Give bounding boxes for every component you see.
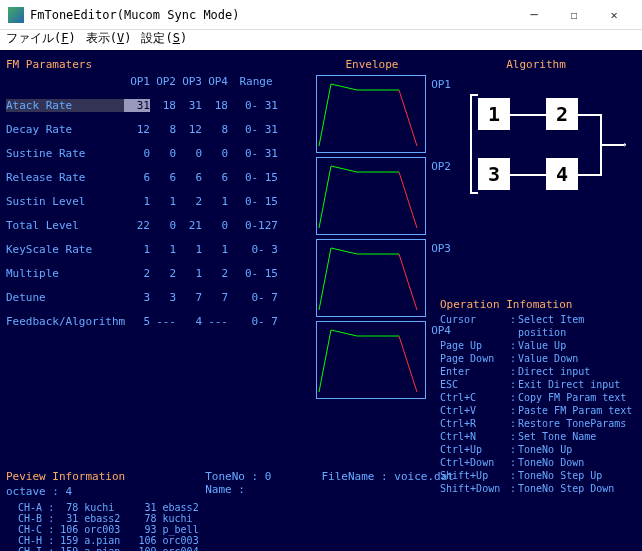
- param-value[interactable]: 1: [150, 195, 176, 208]
- param-value[interactable]: 0: [150, 147, 176, 160]
- opinfo-row: Enter:Direct input: [440, 365, 636, 378]
- algorithm-title: Algorithm: [440, 58, 632, 71]
- param-value[interactable]: 3: [124, 291, 150, 304]
- param-value[interactable]: 1: [176, 243, 202, 256]
- param-range: 0- 31: [228, 147, 284, 160]
- param-label: Feedback/Algorithm: [6, 315, 124, 328]
- opinfo-row: Cursor:Select Item position: [440, 313, 636, 339]
- param-label: Release Rate: [6, 171, 124, 184]
- opinfo-row: Ctrl+Down:ToneNo Down: [440, 456, 636, 469]
- envelope-label: OP3: [431, 242, 451, 255]
- alg-node-4: 4: [546, 158, 578, 190]
- param-value[interactable]: ---: [202, 315, 228, 328]
- param-value[interactable]: 0: [150, 219, 176, 232]
- param-range: 0- 15: [228, 195, 284, 208]
- preview-toneno: ToneNo : 0: [205, 470, 271, 483]
- param-row-3[interactable]: Release Rate66660- 15: [6, 170, 312, 184]
- operation-information-panel: Operation Infomation Cursor:Select Item …: [440, 298, 636, 495]
- param-value[interactable]: 2: [124, 267, 150, 280]
- param-label: Atack Rate: [6, 99, 124, 112]
- param-value[interactable]: 5: [124, 315, 150, 328]
- menu-settings[interactable]: 設定(S): [141, 30, 187, 50]
- param-value[interactable]: 0: [176, 147, 202, 160]
- param-label: Multiple: [6, 267, 124, 280]
- titlebar: FmToneEditor(Mucom Sync Mode) ─ ☐ ✕: [0, 0, 642, 30]
- param-value[interactable]: 0: [202, 147, 228, 160]
- app-icon: [8, 7, 24, 23]
- param-value[interactable]: 2: [150, 267, 176, 280]
- param-header: OP1 OP2 OP3 OP4 Range: [6, 75, 312, 88]
- param-row-7[interactable]: Multiple22120- 15: [6, 266, 312, 280]
- envelope-label: OP2: [431, 160, 451, 173]
- param-row-6[interactable]: KeyScale Rate11110- 3: [6, 242, 312, 256]
- param-value[interactable]: 31: [124, 99, 150, 112]
- param-row-5[interactable]: Total Level2202100-127: [6, 218, 312, 232]
- param-range: 0- 15: [228, 171, 284, 184]
- param-value[interactable]: 7: [176, 291, 202, 304]
- param-value[interactable]: 0: [202, 219, 228, 232]
- param-value[interactable]: 6: [176, 171, 202, 184]
- param-value[interactable]: 1: [202, 195, 228, 208]
- param-value[interactable]: 1: [124, 195, 150, 208]
- param-label: Decay Rate: [6, 123, 124, 136]
- param-value[interactable]: 1: [124, 243, 150, 256]
- param-value[interactable]: 1: [150, 243, 176, 256]
- param-row-8[interactable]: Detune33770- 7: [6, 290, 312, 304]
- minimize-button[interactable]: ─: [514, 1, 554, 29]
- param-value[interactable]: 8: [150, 123, 176, 136]
- preview-title: Peview Information: [6, 470, 125, 483]
- menu-view[interactable]: 表示(V): [86, 30, 132, 50]
- param-value[interactable]: 22: [124, 219, 150, 232]
- param-value[interactable]: 12: [124, 123, 150, 136]
- close-button[interactable]: ✕: [594, 1, 634, 29]
- param-value[interactable]: 6: [202, 171, 228, 184]
- envelope-panel: Envelope OP1OP2OP3OP4: [316, 58, 428, 399]
- param-value[interactable]: 21: [176, 219, 202, 232]
- param-value[interactable]: 6: [150, 171, 176, 184]
- maximize-button[interactable]: ☐: [554, 1, 594, 29]
- param-row-9[interactable]: Feedback/Algorithm5---4---0- 7: [6, 314, 312, 328]
- param-value[interactable]: 12: [176, 123, 202, 136]
- param-value[interactable]: ---: [150, 315, 176, 328]
- preview-panel: Peview Information octave : 4 ToneNo : 0…: [6, 470, 636, 551]
- param-label: Total Level: [6, 219, 124, 232]
- opinfo-row: Ctrl+V:Paste FM Param text: [440, 404, 636, 417]
- envelope-title: Envelope: [316, 58, 428, 71]
- envelope-op2: OP2: [316, 157, 426, 235]
- param-value[interactable]: 8: [202, 123, 228, 136]
- param-range: 0-127: [228, 219, 284, 232]
- channel-list: CH-A : 78 kuchi 31 ebass2 CH-B : 31 ebas…: [6, 502, 636, 551]
- menu-file[interactable]: ファイル(F): [6, 30, 76, 50]
- param-value[interactable]: 3: [150, 291, 176, 304]
- param-value[interactable]: 2: [176, 195, 202, 208]
- param-value[interactable]: 2: [202, 267, 228, 280]
- param-value[interactable]: 31: [176, 99, 202, 112]
- param-row-0[interactable]: Atack Rate311831180- 31: [6, 98, 312, 112]
- app-body: FM Paramaters OP1 OP2 OP3 OP4 Range Atac…: [0, 50, 642, 551]
- opinfo-row: Ctrl+R:Restore ToneParams: [440, 417, 636, 430]
- param-value[interactable]: 4: [176, 315, 202, 328]
- window-title: FmToneEditor(Mucom Sync Mode): [30, 8, 514, 22]
- param-row-4[interactable]: Sustin Level11210- 15: [6, 194, 312, 208]
- param-value[interactable]: 0: [124, 147, 150, 160]
- param-range: 0- 31: [228, 99, 284, 112]
- param-value[interactable]: 18: [202, 99, 228, 112]
- param-row-2[interactable]: Sustine Rate00000- 31: [6, 146, 312, 160]
- param-label: Detune: [6, 291, 124, 304]
- preview-name: Name :: [205, 483, 271, 496]
- opinfo-row: Page Up:Value Up: [440, 339, 636, 352]
- algorithm-diagram: → 1 2 3 4: [456, 76, 626, 216]
- param-range: 0- 31: [228, 123, 284, 136]
- menubar: ファイル(F) 表示(V) 設定(S): [0, 30, 642, 50]
- alg-node-1: 1: [478, 98, 510, 130]
- fm-parameters-panel: FM Paramaters OP1 OP2 OP3 OP4 Range Atac…: [6, 58, 312, 328]
- param-value[interactable]: 7: [202, 291, 228, 304]
- param-value[interactable]: 18: [150, 99, 176, 112]
- param-label: Sustin Level: [6, 195, 124, 208]
- opinfo-row: Ctrl+N:Set Tone Name: [440, 430, 636, 443]
- param-value[interactable]: 1: [202, 243, 228, 256]
- param-row-1[interactable]: Decay Rate1281280- 31: [6, 122, 312, 136]
- param-value[interactable]: 6: [124, 171, 150, 184]
- param-range: 0- 7: [228, 315, 284, 328]
- param-value[interactable]: 1: [176, 267, 202, 280]
